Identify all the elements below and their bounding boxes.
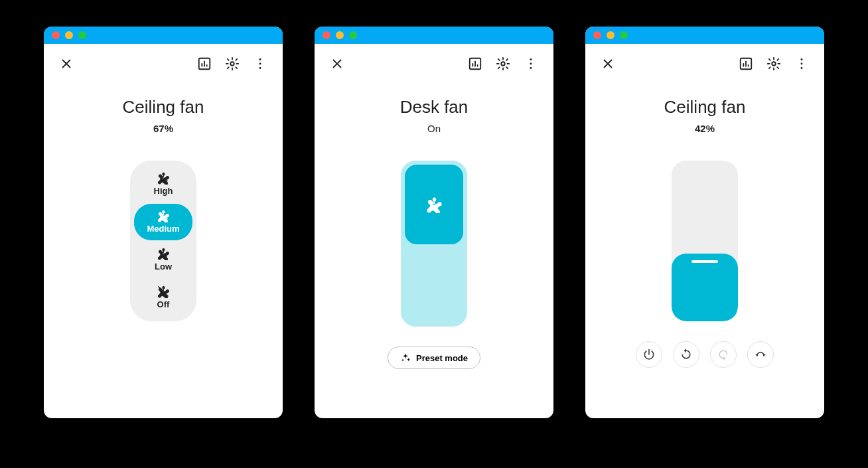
oscillate-button[interactable] <box>747 341 774 368</box>
gear-icon <box>766 56 781 71</box>
close-button[interactable] <box>597 53 618 74</box>
speed-label: High <box>137 186 190 196</box>
bar-chart-icon <box>739 56 753 71</box>
fan-icon <box>425 196 443 213</box>
power-toggle[interactable] <box>401 161 467 327</box>
sparkle-icon <box>400 352 411 363</box>
titlebar <box>315 27 553 44</box>
window-maximize-dot[interactable] <box>349 31 357 39</box>
device-title: Ceiling fan <box>585 97 824 117</box>
svg-point-12 <box>530 63 532 65</box>
settings-button[interactable] <box>492 53 514 74</box>
header: Desk fan On <box>315 97 553 134</box>
topbar <box>44 44 283 78</box>
close-icon <box>601 56 615 71</box>
oscillate-icon <box>754 348 767 361</box>
device-title: Desk fan <box>315 97 553 117</box>
gear-icon <box>496 56 510 71</box>
speed-slider[interactable] <box>672 161 738 321</box>
svg-point-11 <box>530 58 532 60</box>
speed-label: Low <box>137 262 190 272</box>
titlebar <box>44 27 283 44</box>
fan-3-icon: 3 <box>157 171 170 185</box>
content <box>585 134 824 418</box>
more-vertical-icon <box>253 56 267 71</box>
window-close-dot[interactable] <box>593 31 601 39</box>
more-button[interactable] <box>520 53 542 74</box>
bar-chart-icon <box>197 56 212 71</box>
window-close-dot[interactable] <box>52 31 60 39</box>
content: 3 High 2 Medium 1 Low Off <box>44 134 283 418</box>
fan-off-icon <box>157 285 170 298</box>
preset-label: Preset mode <box>416 353 468 363</box>
device-status: On <box>315 123 553 134</box>
window-maximize-dot[interactable] <box>78 31 86 39</box>
action-row <box>636 341 774 368</box>
more-button[interactable] <box>791 53 812 74</box>
speed-option-medium[interactable]: 2 Medium <box>134 204 192 240</box>
close-button[interactable] <box>326 53 348 74</box>
svg-point-1 <box>230 62 234 66</box>
speed-option-off[interactable]: Off <box>134 279 192 316</box>
rotate-left-button[interactable] <box>673 341 699 368</box>
fan-1-icon: 1 <box>157 247 170 260</box>
bar-chart-icon <box>468 56 482 71</box>
window-desk-fan: Desk fan On Preset mode <box>315 27 553 418</box>
power-button[interactable] <box>636 341 662 368</box>
slider-handle <box>691 260 718 263</box>
svg-point-18 <box>801 67 803 69</box>
more-button[interactable] <box>250 53 271 74</box>
rotate-cw-icon <box>717 348 730 361</box>
toggle-thumb <box>405 165 463 244</box>
rotate-right-button[interactable] <box>710 341 737 368</box>
stats-button[interactable] <box>194 53 215 74</box>
speed-label: Medium <box>137 224 190 234</box>
svg-text:3: 3 <box>165 179 168 184</box>
close-icon <box>59 56 74 71</box>
svg-point-4 <box>259 67 261 69</box>
content: Preset mode <box>315 134 553 418</box>
preset-mode-button[interactable]: Preset mode <box>388 347 480 369</box>
fan-2-icon: 2 <box>157 209 170 222</box>
svg-point-10 <box>501 62 505 66</box>
window-close-dot[interactable] <box>323 31 330 39</box>
settings-button[interactable] <box>763 53 784 74</box>
device-status: 42% <box>585 123 824 134</box>
svg-text:1: 1 <box>165 255 168 260</box>
gear-icon <box>225 56 240 71</box>
settings-button[interactable] <box>222 53 243 74</box>
more-vertical-icon <box>524 56 538 71</box>
speed-selector: 3 High 2 Medium 1 Low Off <box>130 161 196 321</box>
titlebar <box>585 27 824 44</box>
speed-option-low[interactable]: 1 Low <box>134 242 192 278</box>
window-maximize-dot[interactable] <box>620 31 628 39</box>
window-ceiling-fan-speeds: Ceiling fan 67% 3 High 2 Medium 1 Low Of… <box>44 27 283 418</box>
speed-label: Off <box>137 299 190 309</box>
window-ceiling-fan-slider: Ceiling fan 42% <box>585 27 824 418</box>
speed-option-high[interactable]: 3 High <box>134 166 192 202</box>
slider-fill <box>672 254 738 321</box>
svg-point-13 <box>530 67 532 69</box>
window-minimize-dot[interactable] <box>65 31 73 39</box>
rotate-ccw-icon <box>680 348 693 361</box>
window-minimize-dot[interactable] <box>336 31 344 39</box>
topbar <box>585 44 824 78</box>
topbar <box>315 44 553 78</box>
svg-point-16 <box>801 58 803 60</box>
svg-point-3 <box>259 63 261 65</box>
svg-point-17 <box>801 63 803 65</box>
more-vertical-icon <box>794 56 809 71</box>
svg-point-2 <box>259 58 261 60</box>
svg-text:2: 2 <box>165 217 168 222</box>
header: Ceiling fan 67% <box>44 97 283 134</box>
power-icon <box>642 348 656 361</box>
close-icon <box>330 56 344 71</box>
header: Ceiling fan 42% <box>585 97 824 134</box>
close-button[interactable] <box>56 53 77 74</box>
device-status: 67% <box>44 123 283 134</box>
stats-button[interactable] <box>735 53 757 74</box>
svg-point-15 <box>772 62 776 66</box>
window-minimize-dot[interactable] <box>607 31 615 39</box>
device-title: Ceiling fan <box>44 97 283 117</box>
stats-button[interactable] <box>465 53 486 74</box>
